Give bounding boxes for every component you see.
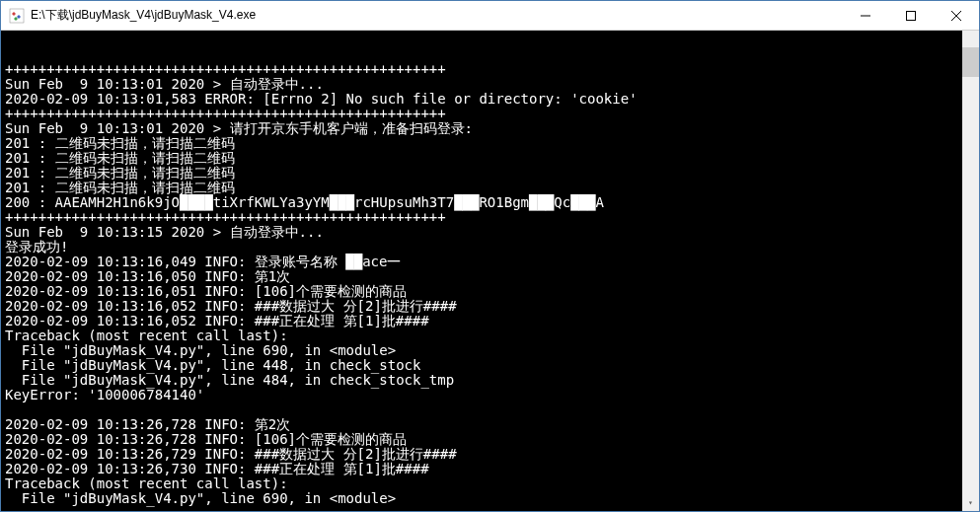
close-button[interactable] (934, 1, 979, 30)
console-text: ++++++++++++++++++++++++++++++++++++++++… (5, 62, 975, 506)
console-output[interactable]: ++++++++++++++++++++++++++++++++++++++++… (1, 31, 979, 511)
app-icon (9, 8, 25, 24)
vertical-scrollbar[interactable]: ▴ ▾ (962, 31, 979, 511)
svg-rect-2 (907, 11, 916, 20)
scroll-thumb[interactable] (962, 47, 979, 77)
minimize-button[interactable] (843, 1, 888, 30)
maximize-button[interactable] (888, 1, 934, 30)
window-titlebar[interactable]: E:\下载\jdBuyMask_V4\jdBuyMask_V4.exe (1, 1, 979, 31)
window-controls (843, 1, 979, 30)
svg-rect-0 (10, 9, 24, 23)
window-title: E:\下载\jdBuyMask_V4\jdBuyMask_V4.exe (31, 7, 843, 24)
scroll-down-button[interactable]: ▾ (962, 494, 979, 511)
